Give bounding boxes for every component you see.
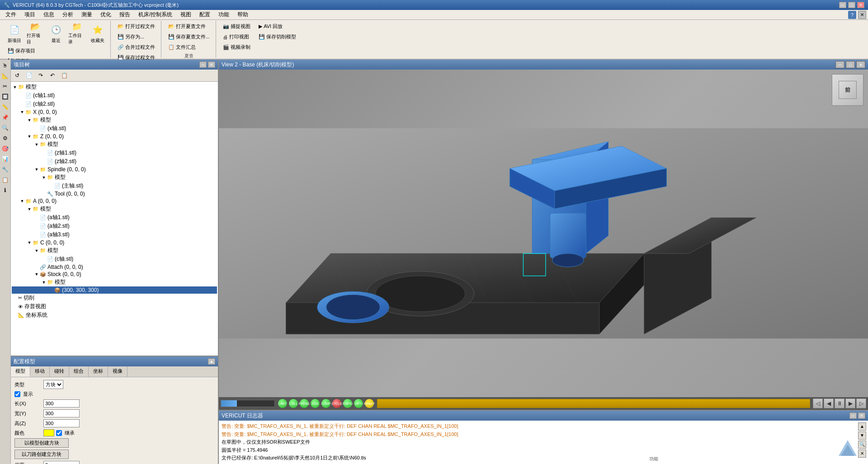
help-icon[interactable]: ?: [848, 11, 856, 19]
merge-process-button[interactable]: 🔗 合并过程文件: [114, 42, 158, 52]
opti-indicator[interactable]: OPTI: [354, 398, 363, 408]
save-process-as-button[interactable]: 💾 另存为...: [114, 32, 158, 42]
menu-info[interactable]: 信息: [40, 10, 58, 19]
create-from-toolpath-button[interactable]: 以刀路创建立方块: [14, 450, 69, 459]
height-input[interactable]: [43, 419, 80, 427]
tree-item[interactable]: 📄(a轴2.stl): [12, 222, 217, 230]
sidebar-tool-9[interactable]: 🎯: [0, 144, 10, 154]
prev-button[interactable]: ◀: [824, 398, 834, 408]
sidebar-tool-12[interactable]: 📋: [0, 175, 10, 185]
tree-btn-3[interactable]: ↷: [35, 70, 46, 80]
tree-item[interactable]: 📦(300, 300, 300): [12, 286, 217, 294]
menu-measure[interactable]: 测量: [78, 10, 96, 19]
menu-file[interactable]: 文件: [2, 10, 20, 19]
config-minimize[interactable]: ▲: [208, 358, 215, 365]
coll-indicator[interactable]: COLL: [288, 398, 298, 408]
print-view-button[interactable]: 🖨 打印视图: [220, 32, 254, 42]
window-controls[interactable]: ─ □ ✕: [839, 2, 864, 8]
pause-button[interactable]: ⏸: [835, 398, 844, 408]
menu-report[interactable]: 报告: [116, 10, 134, 19]
log-minimize[interactable]: ─: [849, 412, 857, 419]
tree-item[interactable]: ▼📁Spindle (0, 0, 0): [12, 166, 217, 173]
tab-combine[interactable]: 组合: [69, 366, 89, 377]
tree-item[interactable]: 🔧Tool (0, 0, 0): [12, 190, 217, 197]
viewport-close[interactable]: ✕: [856, 61, 865, 68]
comp-indicator[interactable]: COMP: [321, 398, 331, 408]
show-checkbox[interactable]: [14, 391, 20, 397]
log-filter[interactable]: 🔍: [858, 441, 866, 449]
tree-item[interactable]: 📄(a轴3.stl): [12, 230, 217, 239]
tab-coords[interactable]: 坐标: [89, 366, 108, 377]
tree-item[interactable]: ▼📁模型: [12, 173, 217, 182]
panel-minimize[interactable]: ─: [199, 61, 207, 68]
tree-item[interactable]: ✂切削: [12, 294, 217, 302]
navigation-cube[interactable]: 前: [832, 74, 863, 106]
color-swatch[interactable]: [43, 429, 54, 436]
tab-display[interactable]: 视像: [108, 366, 127, 377]
tree-item[interactable]: 📄(c轴1.stl): [12, 91, 217, 100]
tab-collision[interactable]: 碰转: [50, 366, 69, 377]
menu-machine[interactable]: 机床/控制系统: [135, 10, 176, 19]
tree-item[interactable]: 👁存普视图: [12, 302, 217, 311]
rapid-indicator[interactable]: RAPID: [343, 398, 353, 408]
recent-button[interactable]: 🕒 最近: [46, 22, 66, 45]
menu-function[interactable]: 功能: [215, 10, 233, 19]
tree-item[interactable]: 📄(z轴1.stl): [12, 149, 217, 157]
log-close[interactable]: ✕: [858, 412, 865, 419]
tree-item[interactable]: ▼📁模型: [12, 83, 217, 91]
open-review-button[interactable]: 📂 打开夏查文件: [165, 22, 213, 31]
width-input[interactable]: [43, 409, 80, 417]
tree-item[interactable]: ▼📁X (0, 0, 0): [12, 108, 217, 116]
play-button[interactable]: ▶: [845, 398, 855, 408]
sidebar-tool-11[interactable]: 🔧: [0, 164, 10, 174]
tree-item[interactable]: ▼📁模型: [12, 205, 217, 213]
inherit-checkbox[interactable]: [56, 430, 62, 436]
close-help-icon[interactable]: ✕: [858, 11, 866, 19]
tree-item[interactable]: ▼📁模型: [12, 116, 217, 124]
tree-btn-4[interactable]: ↶: [47, 70, 58, 80]
menu-analysis[interactable]: 分析: [59, 10, 77, 19]
limit-indicator[interactable]: LIMIT: [278, 398, 288, 408]
work-dir-button[interactable]: 📁 工作目录: [67, 22, 87, 45]
tab-move[interactable]: 移动: [30, 366, 50, 377]
tree-item[interactable]: 📄(z轴2.stl): [12, 157, 217, 166]
offset-input[interactable]: [43, 461, 80, 464]
sidebar-tool-2[interactable]: 📐: [0, 71, 10, 81]
sidebar-tool-5[interactable]: 📏: [0, 102, 10, 112]
sidebar-tool-1[interactable]: 🖱: [0, 61, 10, 70]
tree-btn-5[interactable]: 📋: [59, 70, 70, 80]
tree-item[interactable]: ▼📁C (0, 0, 0): [12, 239, 217, 246]
probe-indicator[interactable]: PROBE: [299, 398, 309, 408]
tree-item[interactable]: 📐坐标系统: [12, 311, 217, 319]
type-select[interactable]: 方块: [43, 380, 63, 389]
menu-view[interactable]: 视图: [177, 10, 195, 19]
tree-item[interactable]: ▼📁模型: [12, 278, 217, 286]
tree-btn-1[interactable]: ↺: [12, 70, 23, 80]
sidebar-tool-10[interactable]: 📊: [0, 154, 10, 164]
close-button[interactable]: ✕: [857, 2, 864, 8]
log-clear[interactable]: ✕: [858, 450, 866, 458]
panel-close[interactable]: ✕: [208, 61, 215, 68]
log-scroll-down[interactable]: ▼: [858, 431, 866, 440]
cycle-indicator[interactable]: CYCLE: [332, 398, 342, 408]
viewport-controls[interactable]: ─ □ ✕: [835, 61, 865, 68]
capture-view-button[interactable]: 📷 捕捉视图: [220, 22, 254, 31]
go-start-button[interactable]: ◁: [813, 398, 823, 408]
menu-optimize[interactable]: 优化: [97, 10, 115, 19]
tree-item[interactable]: 🔗Attach (0, 0, 0): [12, 263, 217, 271]
open-project-button[interactable]: 📂 打开项目: [25, 22, 45, 45]
sub-indicator[interactable]: SUB: [310, 398, 320, 408]
tree-item[interactable]: ▼📁A (0, 0, 0): [12, 197, 217, 205]
tab-model[interactable]: 模型: [11, 366, 30, 377]
save-cut-model-button[interactable]: 💾 保存切削模型: [255, 32, 299, 42]
sidebar-tool-13[interactable]: ℹ: [0, 185, 10, 195]
tree-item[interactable]: 📄(x轴.stl): [12, 124, 217, 133]
new-project-button[interactable]: 📄 新项目: [5, 22, 24, 45]
tree-btn-2[interactable]: 📄: [24, 70, 34, 80]
log-scroll-up[interactable]: ▲: [858, 422, 866, 431]
sidebar-tool-6[interactable]: 📌: [0, 112, 10, 122]
tree-item[interactable]: ▼📁Z (0, 0, 0): [12, 133, 217, 140]
viewport-canvas[interactable]: 前: [219, 70, 868, 397]
favorites-button[interactable]: ⭐ 收藏夹: [88, 22, 108, 45]
create-from-model-button[interactable]: 以模型创建方块: [14, 438, 69, 448]
